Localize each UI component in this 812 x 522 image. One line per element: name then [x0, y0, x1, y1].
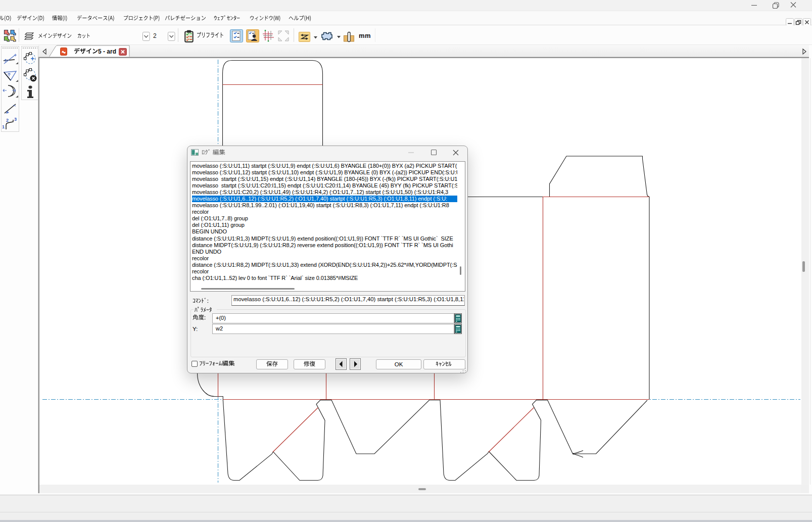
svg-text:1: 1 [2, 124, 5, 129]
svg-text:3: 3 [14, 117, 17, 122]
svg-text:2: 2 [6, 118, 9, 123]
